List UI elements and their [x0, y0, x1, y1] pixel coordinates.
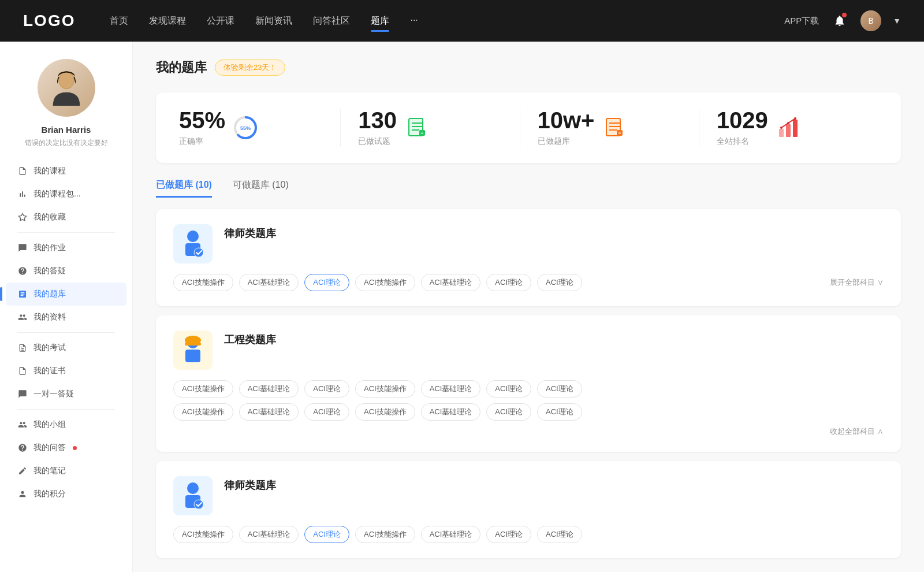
tag-2-6[interactable]: ACI理论	[537, 380, 582, 398]
sidebar-item-certificates[interactable]: 我的证书	[6, 359, 126, 382]
collapse-link-2[interactable]: 收起全部科目 ∧	[173, 426, 884, 437]
tab-available[interactable]: 可做题库 (10)	[233, 179, 289, 198]
tag-2b-1[interactable]: ACI基础理论	[239, 403, 299, 421]
tag-2-4[interactable]: ACI基础理论	[421, 380, 481, 398]
sidebar-label-myqa: 我的答疑	[33, 266, 66, 276]
nav-news[interactable]: 新闻资讯	[255, 15, 292, 27]
stat-rank-label: 全站排名	[717, 136, 768, 147]
tag-3-5[interactable]: ACI理论	[486, 526, 531, 543]
avatar[interactable]: B	[860, 10, 881, 31]
sidebar-label-profile: 我的资料	[33, 312, 66, 322]
sidebar-item-myquestions[interactable]: 我的问答	[6, 436, 126, 459]
bank-card-icon-3	[173, 476, 213, 515]
nav-qa[interactable]: 问答社区	[313, 15, 350, 27]
tag-3-1[interactable]: ACI基础理论	[239, 526, 299, 543]
exams-icon	[17, 343, 28, 353]
page-title: 我的题库	[156, 59, 207, 76]
stat-rank-number: 1029	[717, 109, 768, 132]
tag-2-0[interactable]: ACI技能操作	[173, 380, 233, 398]
sidebar-item-mynotes[interactable]: 我的笔记	[6, 459, 126, 482]
stat-banks-content: 10w+ 已做题库	[538, 109, 595, 147]
sidebar-item-mygroup[interactable]: 我的小组	[6, 413, 126, 436]
avatar-dropdown-icon[interactable]: ▼	[893, 16, 901, 25]
sidebar-item-homework[interactable]: 我的作业	[6, 236, 126, 259]
stat-accuracy-label: 正确率	[179, 136, 225, 147]
favorites-icon	[17, 212, 28, 222]
nav-questionbank[interactable]: 题库	[371, 15, 389, 27]
tag-2b-0[interactable]: ACI技能操作	[173, 403, 233, 421]
svg-text:≡: ≡	[421, 131, 424, 136]
tag-2-1[interactable]: ACI基础理论	[239, 380, 299, 398]
tag-2b-6[interactable]: ACI理论	[537, 403, 582, 421]
sidebar-label-mypoints: 我的积分	[33, 489, 66, 499]
sidebar-label-questionbank: 我的题库	[33, 289, 66, 299]
tag-2b-4[interactable]: ACI基础理论	[421, 403, 481, 421]
tag-1-6[interactable]: ACI理论	[537, 274, 582, 291]
tag-3-2[interactable]: ACI理论	[304, 526, 349, 543]
tag-3-6[interactable]: ACI理论	[537, 526, 582, 543]
tag-3-4[interactable]: ACI基础理论	[421, 526, 481, 543]
sidebar-motto: 错误的决定比没有决定要好	[25, 138, 108, 148]
myqa-icon	[17, 266, 28, 276]
tag-2-2[interactable]: ACI理论	[304, 380, 349, 398]
sidebar-item-profile[interactable]: 我的资料	[6, 306, 126, 329]
navbar: LOGO 首页 发现课程 公开课 新闻资讯 问答社区 题库 ··· APP下载 …	[0, 0, 924, 42]
main-content: 我的题库 体验剩余23天！ 55% 正确率 55%	[133, 42, 924, 572]
mygroup-icon	[17, 419, 28, 430]
expand-link-1[interactable]: 展开全部科目 ∨	[830, 277, 884, 288]
svg-point-24	[780, 127, 783, 129]
tab-done[interactable]: 已做题库 (10)	[156, 179, 212, 198]
tag-3-0[interactable]: ACI技能操作	[173, 526, 233, 543]
tag-2b-2[interactable]: ACI理论	[304, 403, 349, 421]
sidebar-username: Brian Harris	[42, 125, 91, 135]
svg-rect-23	[793, 120, 798, 137]
sidebar-item-questionbank[interactable]: 我的题库	[6, 283, 126, 306]
tabs: 已做题库 (10) 可做题库 (10)	[156, 179, 901, 198]
nav-home[interactable]: 首页	[110, 15, 128, 27]
certificates-icon	[17, 366, 28, 376]
nav-more[interactable]: ···	[410, 15, 418, 27]
app-download-button[interactable]: APP下载	[784, 16, 819, 27]
svg-rect-21	[779, 129, 784, 137]
sidebar-item-onetoone[interactable]: 一对一答疑	[6, 382, 126, 406]
question-dot	[73, 446, 77, 450]
sidebar-label-favorites: 我的收藏	[33, 212, 66, 222]
bank-card-title-1: 律师类题库	[224, 224, 276, 240]
svg-point-29	[194, 248, 203, 257]
svg-text:≡: ≡	[619, 130, 621, 136]
stat-questions-number: 130	[358, 109, 397, 132]
sidebar-item-mypoints[interactable]: 我的积分	[6, 482, 126, 506]
sidebar-label-onetoone: 一对一答疑	[33, 389, 74, 399]
svg-rect-22	[786, 124, 791, 137]
logo[interactable]: LOGO	[23, 12, 75, 30]
svg-marker-2	[18, 213, 26, 221]
svg-point-34	[187, 482, 199, 494]
tag-1-1[interactable]: ACI基础理论	[239, 274, 299, 291]
tag-1-0[interactable]: ACI技能操作	[173, 274, 233, 291]
tag-2b-5[interactable]: ACI理论	[486, 403, 531, 421]
sidebar-label-homework: 我的作业	[33, 243, 66, 253]
bank-card-icon-2	[173, 330, 213, 370]
tag-1-3[interactable]: ACI技能操作	[355, 274, 415, 291]
stat-banks-label: 已做题库	[538, 136, 595, 147]
tag-2-5[interactable]: ACI理论	[486, 380, 531, 398]
notification-bell[interactable]	[830, 12, 849, 30]
sidebar-item-mycourses[interactable]: 我的课程	[6, 159, 126, 183]
sidebar-item-coursepackages[interactable]: 我的课程包...	[6, 183, 126, 206]
myquestions-icon	[17, 443, 28, 453]
tag-1-4[interactable]: ACI基础理论	[421, 274, 481, 291]
tag-3-3[interactable]: ACI技能操作	[355, 526, 415, 543]
nav-discover[interactable]: 发现课程	[149, 15, 186, 27]
tag-2-3[interactable]: ACI技能操作	[355, 380, 415, 398]
stat-rank-content: 1029 全站排名	[717, 109, 768, 147]
tag-1-5[interactable]: ACI理论	[486, 274, 531, 291]
bank-card-lawyer-2: 律师类题库 ACI技能操作 ACI基础理论 ACI理论 ACI技能操作 ACI基…	[156, 461, 901, 558]
sidebar-item-exams[interactable]: 我的考试	[6, 336, 126, 359]
tag-1-2[interactable]: ACI理论	[304, 274, 349, 291]
sidebar: Brian Harris 错误的决定比没有决定要好 我的课程 我的课程包...	[0, 42, 133, 572]
tag-2b-3[interactable]: ACI技能操作	[355, 403, 415, 421]
nav-open-course[interactable]: 公开课	[207, 15, 234, 27]
mypoints-icon	[17, 489, 28, 499]
sidebar-item-favorites[interactable]: 我的收藏	[6, 206, 126, 229]
sidebar-item-myqa[interactable]: 我的答疑	[6, 259, 126, 283]
